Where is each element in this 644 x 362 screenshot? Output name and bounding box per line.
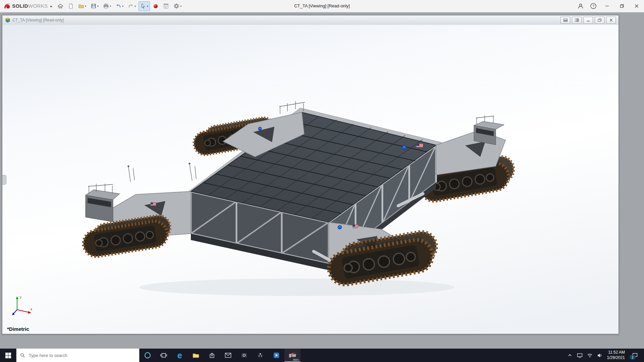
media-dark-icon bbox=[257, 352, 264, 359]
tile-horizontal-button[interactable] bbox=[560, 17, 570, 24]
doc-restore-button[interactable] bbox=[595, 17, 604, 24]
appearance-icon bbox=[153, 3, 159, 9]
undo-button[interactable]: ▾ bbox=[114, 1, 125, 11]
taskbar-clock[interactable]: 11:52 AM 1/29/2021 bbox=[607, 350, 625, 360]
tray-up-icon[interactable] bbox=[567, 353, 573, 358]
search-input[interactable] bbox=[28, 353, 136, 358]
menu-expand-chevron[interactable]: ▸ bbox=[51, 4, 53, 8]
select-button[interactable]: ▾ bbox=[139, 1, 150, 11]
taskbar-item-media-blue[interactable] bbox=[268, 349, 284, 362]
print-button[interactable]: ▾ bbox=[101, 1, 113, 11]
triad-y-label: y bbox=[20, 295, 21, 299]
file-properties-button[interactable] bbox=[161, 1, 171, 11]
app-titlebar: SOLIDWORKS ▸ ▾ bbox=[0, 0, 644, 12]
close-icon bbox=[635, 4, 639, 8]
redo-dropdown-caret[interactable]: ▾ bbox=[135, 5, 136, 8]
app-window-controls: ? bbox=[574, 0, 644, 12]
new-document-icon bbox=[68, 3, 74, 9]
save-dropdown-caret[interactable]: ▾ bbox=[97, 5, 99, 8]
select-cursor-icon bbox=[140, 3, 146, 9]
taskbar-item-mail[interactable] bbox=[220, 349, 236, 362]
solidworks-logo: SOLIDWORKS bbox=[0, 3, 50, 9]
save-icon bbox=[91, 3, 97, 9]
doc-minimize-button[interactable] bbox=[583, 17, 593, 24]
reference-triad[interactable]: y x bbox=[11, 294, 35, 318]
options-gear-icon bbox=[173, 3, 179, 9]
start-button[interactable] bbox=[0, 349, 16, 362]
redo-button[interactable]: ▾ bbox=[126, 1, 138, 11]
close-icon bbox=[609, 18, 613, 22]
taskbar-item-store[interactable] bbox=[204, 349, 220, 362]
open-icon bbox=[78, 3, 84, 9]
graphics-area[interactable]: y x *Dimetric bbox=[2, 25, 619, 334]
desktop: SOLIDWORKS ▸ ▾ bbox=[0, 0, 644, 362]
tile-vertical-icon bbox=[575, 18, 579, 22]
store-icon bbox=[209, 352, 215, 359]
quick-access-toolbar: ▾ ▾ ▾ bbox=[56, 1, 183, 11]
select-dropdown-caret[interactable]: ▾ bbox=[147, 5, 148, 8]
panel-collapse-tab[interactable] bbox=[2, 175, 6, 185]
system-tray: 11:52 AM 1/29/2021 2 bbox=[567, 349, 644, 362]
taskbar-item-edge[interactable]: e bbox=[172, 349, 188, 362]
document-window-controls bbox=[560, 17, 616, 24]
start-icon bbox=[5, 353, 11, 358]
taskbar-item-task-view[interactable] bbox=[156, 349, 172, 362]
print-icon bbox=[103, 3, 109, 9]
crawler-transporter-model bbox=[79, 95, 515, 302]
help-icon: ? bbox=[590, 3, 597, 9]
new-document-button[interactable] bbox=[66, 1, 75, 11]
display-icon[interactable] bbox=[577, 353, 583, 358]
minimize-icon bbox=[605, 4, 609, 8]
open-dropdown-caret[interactable]: ▾ bbox=[85, 5, 86, 8]
search-icon bbox=[20, 353, 25, 358]
track-front-left bbox=[82, 214, 172, 258]
notification-count-badge: 2 bbox=[630, 355, 636, 360]
restore-button[interactable] bbox=[614, 0, 629, 12]
triad-x-label: x bbox=[31, 307, 32, 311]
sw-logo-text: SW bbox=[289, 353, 296, 358]
appearance-button[interactable] bbox=[151, 1, 160, 11]
file-explorer-icon bbox=[192, 352, 200, 359]
tile-horizontal-icon bbox=[564, 18, 568, 22]
taskbar-item-media-dark[interactable] bbox=[252, 349, 268, 362]
taskbar-item-file-explorer[interactable] bbox=[188, 349, 204, 362]
options-dropdown-caret[interactable]: ▾ bbox=[180, 5, 181, 8]
svg-text:?: ? bbox=[592, 4, 594, 8]
solidworks-taskbar-icon: SW 2021 bbox=[287, 350, 298, 360]
taskbar-item-solidworks[interactable]: SW 2021 bbox=[284, 349, 301, 362]
sw-year-badge: 2021 bbox=[293, 358, 299, 361]
redo-icon bbox=[128, 3, 134, 9]
help-button[interactable]: ? bbox=[587, 0, 600, 12]
taskbar-item-cortana[interactable] bbox=[140, 349, 156, 362]
doc-close-button[interactable] bbox=[606, 17, 616, 24]
cortana-icon bbox=[144, 352, 151, 359]
edge-icon: e bbox=[177, 351, 182, 360]
document-titlebar[interactable]: CT_TA [Viewing] [Read-only] bbox=[2, 15, 619, 25]
home-icon bbox=[57, 3, 63, 9]
close-button[interactable] bbox=[629, 0, 644, 12]
taskbar-search[interactable] bbox=[16, 349, 140, 362]
mail-icon bbox=[225, 352, 231, 359]
dassault-3ds-icon bbox=[3, 3, 11, 9]
account-icon bbox=[577, 3, 584, 9]
action-center-button[interactable]: 2 bbox=[629, 349, 641, 362]
undo-icon bbox=[115, 3, 121, 9]
brand-text-works: WORKS bbox=[28, 3, 48, 9]
app-window-title: CT_TA [Viewing] [Read-only] bbox=[294, 3, 350, 8]
taskbar-item-capture[interactable] bbox=[236, 349, 252, 362]
home-button[interactable] bbox=[56, 1, 65, 11]
print-dropdown-caret[interactable]: ▾ bbox=[110, 5, 111, 8]
undo-dropdown-caret[interactable]: ▾ bbox=[122, 5, 123, 8]
wifi-icon[interactable] bbox=[587, 353, 593, 358]
maximize-icon bbox=[620, 4, 624, 8]
brand-text-solid: SOLID bbox=[12, 3, 28, 9]
volume-icon[interactable] bbox=[597, 353, 603, 358]
minimize-button[interactable] bbox=[600, 0, 614, 12]
account-button[interactable] bbox=[574, 0, 587, 12]
properties-icon bbox=[163, 3, 169, 9]
options-button[interactable]: ▾ bbox=[172, 1, 183, 11]
save-button[interactable]: ▾ bbox=[89, 1, 100, 11]
document-window: CT_TA [Viewing] [Read-only] bbox=[2, 15, 619, 334]
tile-vertical-button[interactable] bbox=[572, 17, 582, 24]
open-button[interactable]: ▾ bbox=[76, 1, 88, 11]
